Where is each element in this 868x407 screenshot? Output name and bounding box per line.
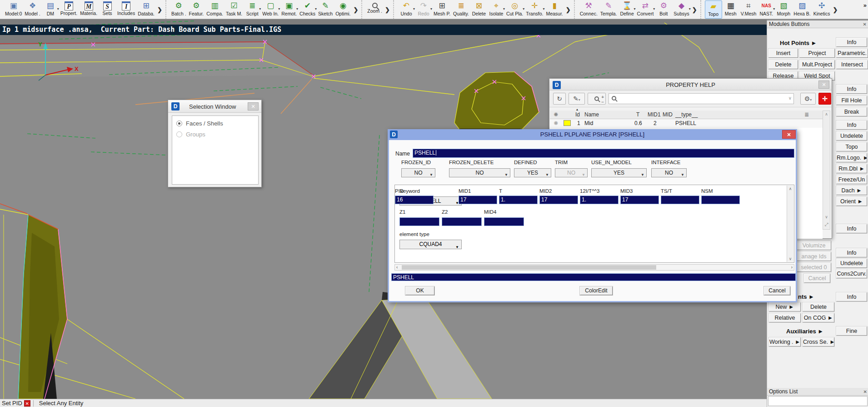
panel-button[interactable]: Delete bbox=[768, 60, 798, 69]
panel-button[interactable]: Dach ► bbox=[836, 186, 867, 195]
panel-button[interactable]: Project bbox=[799, 49, 835, 58]
property-help-titlebar[interactable]: D PROPERTY HELP ✕ bbox=[549, 79, 832, 90]
horizontal-scrollbar[interactable]: ‹ › bbox=[394, 264, 794, 271]
toolbar-item[interactable]: ❖ Model . bbox=[23, 0, 41, 19]
z-field-input[interactable] bbox=[484, 217, 524, 226]
panel-button[interactable]: Undelete bbox=[836, 259, 867, 268]
toolbar-item[interactable]: M Materia. bbox=[79, 0, 99, 19]
panel-button[interactable]: Working . ► bbox=[769, 337, 801, 347]
toolbar-item[interactable]: ▰ Topo bbox=[705, 0, 722, 19]
vertical-scrollbar[interactable]: ∧ ∨ ⤢ bbox=[823, 111, 830, 230]
flag-select[interactable]: NO ▼ bbox=[651, 168, 687, 177]
options-list-box[interactable] bbox=[768, 396, 868, 406]
z-field-input[interactable] bbox=[442, 217, 482, 226]
toolbar-item[interactable]: ↷ ▾ Redo bbox=[415, 0, 432, 19]
panel-button[interactable]: Insert bbox=[768, 49, 798, 58]
panel-button[interactable]: Undelete bbox=[836, 131, 867, 141]
column-value-input[interactable]: 16 bbox=[395, 196, 434, 204]
toolbar-item[interactable]: ❯ bbox=[691, 0, 698, 19]
scroll-down-icon[interactable]: ∨ bbox=[823, 215, 830, 219]
toolbar-item[interactable]: ✛ ▾ Transfo. bbox=[524, 0, 544, 19]
search-input[interactable]: ∨ bbox=[609, 93, 794, 104]
scroll-up-icon[interactable]: ∧ bbox=[823, 112, 830, 116]
close-icon[interactable]: ✕ bbox=[248, 102, 259, 111]
scroll-down-icon[interactable]: ∨ bbox=[787, 256, 793, 261]
toolbar-item[interactable]: ⌗ V.Mesh bbox=[739, 0, 758, 19]
column-header-id[interactable]: Id bbox=[575, 111, 580, 118]
toolbar-item[interactable]: ❯ bbox=[352, 0, 359, 19]
toolbar-item[interactable]: ❯ bbox=[564, 0, 572, 19]
toolbar-item[interactable]: ⊞ Mesh P. bbox=[432, 0, 452, 19]
toolbar-item[interactable]: ❯ bbox=[831, 0, 839, 19]
panel-button[interactable]: Rm.Dbl ► bbox=[836, 164, 867, 173]
panel-button[interactable]: Topo bbox=[836, 142, 867, 151]
column-value-input[interactable]: 17 bbox=[539, 196, 578, 204]
toolbar-item[interactable]: ⚙ Batch . bbox=[170, 0, 188, 19]
element-type-select[interactable]: CQUAD4 ▼ bbox=[399, 240, 462, 249]
toolbar-item[interactable]: ⇄ ▾ Convert bbox=[636, 0, 655, 19]
flag-select[interactable]: NO ▼ bbox=[555, 168, 588, 177]
toolbar-item[interactable]: ✎ Sketch bbox=[317, 0, 334, 19]
column-config-icon[interactable]: ≣ bbox=[804, 111, 809, 118]
toolbar-item[interactable]: ◆ ▾ Subsys bbox=[672, 0, 690, 19]
panel-button[interactable]: On COG ► bbox=[803, 313, 834, 322]
property-color-swatch[interactable] bbox=[564, 120, 571, 126]
toolbar-item[interactable]: ✎ Templa. bbox=[599, 0, 619, 19]
panel-button[interactable]: Relative bbox=[769, 313, 801, 322]
panel-button[interactable]: Orient ► bbox=[836, 197, 867, 206]
panel-button[interactable]: Info bbox=[836, 224, 867, 233]
close-icon[interactable]: ✕ bbox=[782, 130, 796, 139]
toolbar-item[interactable]: ⌛ ▾ Define bbox=[619, 0, 636, 19]
panel-button[interactable]: Break bbox=[836, 107, 867, 116]
toolbar-item[interactable]: ❯ bbox=[384, 0, 391, 19]
toolbar-item[interactable]: ⌖ ▾ Isolate bbox=[488, 0, 505, 19]
flag-select[interactable]: YES ▼ bbox=[514, 168, 551, 177]
toolbar-item[interactable]: ⚒ Connec. bbox=[579, 0, 599, 19]
edit-mode-button[interactable]: ✎▾ bbox=[569, 93, 585, 105]
name-input[interactable]: PSHELL bbox=[413, 149, 794, 158]
auxiliaries-section-label[interactable]: Auxiliaries ► bbox=[786, 328, 823, 335]
panel-button[interactable]: Rm.Logo. ► bbox=[836, 153, 867, 162]
toolbar-item[interactable]: ▨ Hexa B. bbox=[792, 0, 812, 19]
selection-window-titlebar[interactable]: D Selection Window ✕ bbox=[168, 100, 261, 113]
toolbar-item[interactable]: ◉ Optimi. bbox=[334, 0, 352, 19]
toolbar-item[interactable]: ↶ ▾ Undo bbox=[398, 0, 415, 19]
property-table-row[interactable]: ✺ 1 Mid 0.6 2 PSHELL bbox=[550, 119, 823, 128]
toolbar-item[interactable]: ▣ Model:0 bbox=[4, 0, 23, 19]
flag-select[interactable]: NO ▼ bbox=[401, 168, 435, 177]
panel-button[interactable]: Intersect bbox=[836, 60, 868, 69]
close-icon[interactable]: ✕ bbox=[863, 21, 867, 28]
toolbar-item[interactable]: S Sets bbox=[99, 0, 116, 19]
pshell-dialog-titlebar[interactable]: D PSHELL PLPLANE PSHEAR [PSHELL] ✕ bbox=[388, 129, 797, 140]
toolbar-item[interactable]: ❯ bbox=[156, 0, 164, 19]
toolbar-item[interactable]: ▣ ▾ Remot. bbox=[280, 0, 298, 19]
selection-radio-option[interactable]: Groups bbox=[176, 131, 258, 138]
panel-button[interactable]: Cross Se. ► bbox=[803, 337, 834, 347]
scrollbar-thumb[interactable] bbox=[402, 265, 656, 270]
expand-icon[interactable]: ⤢ bbox=[823, 222, 830, 227]
column-value-input[interactable] bbox=[661, 196, 699, 204]
search-dropdown-icon[interactable]: ∨ bbox=[788, 95, 792, 100]
refresh-button[interactable]: ↻ bbox=[553, 93, 566, 105]
toolbar-item[interactable]: NAS ▾ NAST. bbox=[758, 0, 775, 19]
panel-button[interactable]: Parametric. bbox=[836, 49, 868, 58]
panel-button[interactable]: Info bbox=[836, 85, 867, 94]
column-value-input[interactable]: 17 bbox=[459, 196, 497, 204]
toolbar-item[interactable]: ⊞ Databa. bbox=[136, 0, 156, 19]
column-header-mid[interactable]: MID bbox=[663, 111, 673, 118]
fine-button[interactable]: Fine bbox=[836, 327, 867, 336]
selection-radio-option[interactable]: Faces / Shells bbox=[176, 120, 258, 127]
info-button[interactable]: Info bbox=[836, 38, 867, 47]
settings-button[interactable]: ⚙▾ bbox=[800, 93, 816, 105]
toolbar-item[interactable]: ▤ ▾ DM bbox=[42, 0, 59, 19]
toolbar-item[interactable]: ▥ Compa. bbox=[205, 0, 224, 19]
toolbar-item[interactable]: ⚙ Bolt bbox=[655, 0, 672, 19]
column-value-input[interactable] bbox=[701, 196, 740, 204]
flag-select[interactable]: NO ▼ bbox=[449, 168, 510, 177]
vertical-scrollbar[interactable]: ∧ ∨ bbox=[787, 186, 793, 262]
toolbar-item[interactable]: ◎ ▾ Cut Pla. bbox=[505, 0, 524, 19]
column-value-input[interactable]: 1. bbox=[580, 196, 619, 204]
toolbar-item[interactable]: ▧ Morph bbox=[775, 0, 792, 19]
flag-select[interactable]: YES ▼ bbox=[591, 168, 647, 177]
panel-button[interactable]: Cons2Curv. bbox=[836, 269, 867, 278]
